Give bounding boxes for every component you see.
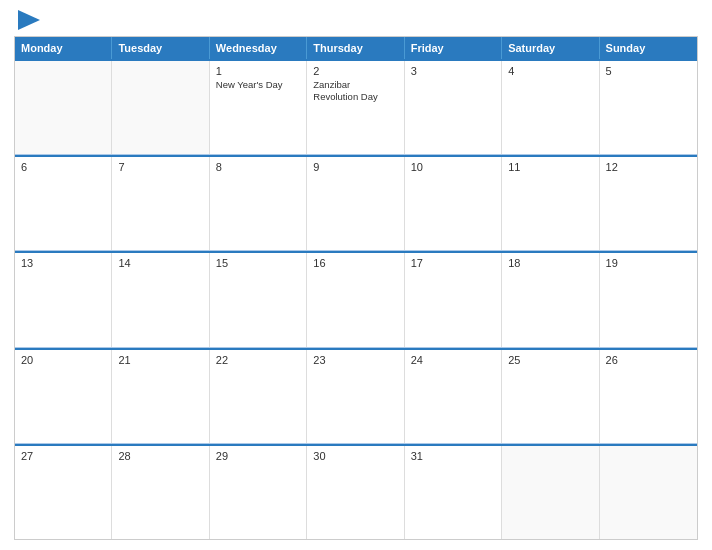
calendar-body: 1New Year's Day2Zanzibar Revolution Day3… [15, 59, 697, 539]
day-number: 17 [411, 257, 495, 269]
calendar-cell: 21 [112, 350, 209, 443]
day-number: 11 [508, 161, 592, 173]
cal-header-cell: Sunday [600, 37, 697, 59]
day-number: 21 [118, 354, 202, 366]
cal-header-cell: Friday [405, 37, 502, 59]
cal-header-cell: Wednesday [210, 37, 307, 59]
day-number: 18 [508, 257, 592, 269]
logo-flag-icon [18, 10, 40, 30]
calendar-cell: 12 [600, 157, 697, 250]
day-number: 14 [118, 257, 202, 269]
day-number: 15 [216, 257, 300, 269]
calendar-cell: 31 [405, 446, 502, 539]
calendar-week: 6789101112 [15, 155, 697, 251]
calendar-week: 20212223242526 [15, 348, 697, 444]
calendar-cell: 14 [112, 253, 209, 346]
svg-marker-0 [18, 10, 40, 30]
calendar-cell: 28 [112, 446, 209, 539]
calendar-cell: 22 [210, 350, 307, 443]
calendar-cell: 6 [15, 157, 112, 250]
day-number: 1 [216, 65, 300, 77]
day-number: 23 [313, 354, 397, 366]
calendar-cell: 2Zanzibar Revolution Day [307, 61, 404, 154]
calendar-cell: 15 [210, 253, 307, 346]
day-number: 31 [411, 450, 495, 462]
calendar-cell: 27 [15, 446, 112, 539]
day-number: 7 [118, 161, 202, 173]
calendar-week: 2728293031 [15, 444, 697, 539]
calendar-cell: 24 [405, 350, 502, 443]
calendar-cell: 5 [600, 61, 697, 154]
day-number: 4 [508, 65, 592, 77]
day-number: 26 [606, 354, 691, 366]
calendar-cell: 9 [307, 157, 404, 250]
day-number: 8 [216, 161, 300, 173]
day-number: 2 [313, 65, 397, 77]
calendar-cell: 25 [502, 350, 599, 443]
calendar-week: 1New Year's Day2Zanzibar Revolution Day3… [15, 59, 697, 155]
day-number: 6 [21, 161, 105, 173]
day-number: 13 [21, 257, 105, 269]
calendar-cell: 7 [112, 157, 209, 250]
calendar-cell [600, 446, 697, 539]
calendar-cell: 26 [600, 350, 697, 443]
cal-header-cell: Thursday [307, 37, 404, 59]
calendar-week: 13141516171819 [15, 251, 697, 347]
cal-header-cell: Saturday [502, 37, 599, 59]
holiday-name: Zanzibar Revolution Day [313, 79, 397, 104]
day-number: 29 [216, 450, 300, 462]
calendar-cell: 1New Year's Day [210, 61, 307, 154]
day-number: 24 [411, 354, 495, 366]
day-number: 19 [606, 257, 691, 269]
calendar-cell: 18 [502, 253, 599, 346]
calendar-cell: 29 [210, 446, 307, 539]
calendar-cell: 19 [600, 253, 697, 346]
calendar-cell: 13 [15, 253, 112, 346]
calendar-cell: 4 [502, 61, 599, 154]
day-number: 27 [21, 450, 105, 462]
cal-header-cell: Monday [15, 37, 112, 59]
day-number: 16 [313, 257, 397, 269]
calendar-cell: 30 [307, 446, 404, 539]
day-number: 30 [313, 450, 397, 462]
cal-header-cell: Tuesday [112, 37, 209, 59]
calendar-cell: 10 [405, 157, 502, 250]
calendar-cell: 17 [405, 253, 502, 346]
day-number: 22 [216, 354, 300, 366]
calendar-cell [112, 61, 209, 154]
calendar-header-row: MondayTuesdayWednesdayThursdayFridaySatu… [15, 37, 697, 59]
calendar-cell: 20 [15, 350, 112, 443]
logo [14, 10, 40, 30]
calendar-cell: 11 [502, 157, 599, 250]
calendar-cell: 3 [405, 61, 502, 154]
day-number: 25 [508, 354, 592, 366]
calendar-cell: 8 [210, 157, 307, 250]
holiday-name: New Year's Day [216, 79, 300, 91]
day-number: 12 [606, 161, 691, 173]
calendar-cell: 16 [307, 253, 404, 346]
day-number: 20 [21, 354, 105, 366]
day-number: 5 [606, 65, 691, 77]
day-number: 9 [313, 161, 397, 173]
calendar-cell [502, 446, 599, 539]
page-header [14, 10, 698, 30]
day-number: 10 [411, 161, 495, 173]
calendar-page: MondayTuesdayWednesdayThursdayFridaySatu… [0, 0, 712, 550]
calendar: MondayTuesdayWednesdayThursdayFridaySatu… [14, 36, 698, 540]
day-number: 28 [118, 450, 202, 462]
day-number: 3 [411, 65, 495, 77]
calendar-cell: 23 [307, 350, 404, 443]
calendar-cell [15, 61, 112, 154]
